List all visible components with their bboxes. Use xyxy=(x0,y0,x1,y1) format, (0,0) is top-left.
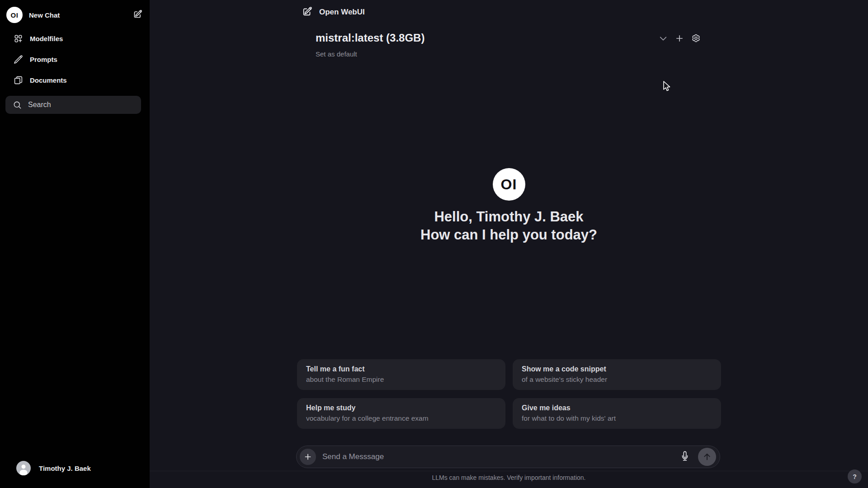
top-navbar: Open WebUI xyxy=(150,0,868,25)
new-chat-edit-icon[interactable] xyxy=(302,6,312,18)
suggestion-card[interactable]: Help me study vocabulary for a college e… xyxy=(297,398,505,429)
sidebar-item-prompts[interactable]: Prompts xyxy=(6,49,143,69)
pencil-icon xyxy=(14,55,23,64)
sidebar-item-label: Prompts xyxy=(30,56,57,63)
arrow-up-icon xyxy=(703,452,712,461)
model-selector-actions xyxy=(659,33,701,45)
prompt-suggestions: Tell me a fun fact about the Roman Empir… xyxy=(297,359,721,429)
sidebar: OI New Chat Modelfiles Prompts Documents xyxy=(0,0,150,488)
suggestion-title: Give me ideas xyxy=(522,404,712,412)
gear-icon[interactable] xyxy=(691,33,701,45)
disclaimer-text: LLMs can make mistakes. Verify important… xyxy=(150,474,868,481)
message-input[interactable] xyxy=(322,452,673,461)
search-label: Search xyxy=(28,101,51,109)
set-as-default-button[interactable]: Set as default xyxy=(316,50,425,58)
user-name-label: Timothy J. Baek xyxy=(39,465,91,472)
add-model-icon[interactable] xyxy=(675,34,684,45)
help-button[interactable]: ? xyxy=(848,469,862,483)
squares-plus-icon xyxy=(14,34,23,43)
main-content: Open WebUI mistral:latest (3.8GB) Set as… xyxy=(150,0,868,488)
new-chat-label: New Chat xyxy=(29,11,125,19)
plus-icon xyxy=(304,453,312,461)
user-avatar xyxy=(16,461,31,475)
new-chat-button[interactable]: OI New Chat xyxy=(6,5,144,25)
suggestion-subtitle: of a website's sticky header xyxy=(522,375,712,384)
model-selector: mistral:latest (3.8GB) Set as default xyxy=(316,32,425,58)
app-logo-icon: OI xyxy=(6,7,23,23)
message-composer xyxy=(296,446,720,468)
suggestion-subtitle: for what to do with my kids' art xyxy=(522,414,712,422)
greeting-line1: Hello, Timothy J. Baek xyxy=(150,208,868,226)
suggestion-title: Help me study xyxy=(306,404,496,412)
suggestion-title: Tell me a fun fact xyxy=(306,365,496,373)
composer-divider xyxy=(150,471,868,471)
documents-icon xyxy=(14,75,23,85)
search-input[interactable]: Search xyxy=(5,96,141,114)
suggestion-card[interactable]: Show me a code snippet of a website's st… xyxy=(513,359,721,390)
new-chat-edit-icon[interactable] xyxy=(132,8,144,22)
user-menu-button[interactable]: Timothy J. Baek xyxy=(6,458,143,478)
suggestion-subtitle: about the Roman Empire xyxy=(306,375,496,384)
sidebar-item-label: Modelfiles xyxy=(30,35,63,42)
page-title: Open WebUI xyxy=(319,8,365,17)
sidebar-item-label: Documents xyxy=(30,76,67,84)
attach-file-button[interactable] xyxy=(300,449,316,465)
send-message-button[interactable] xyxy=(698,448,716,466)
suggestion-card[interactable]: Tell me a fun fact about the Roman Empir… xyxy=(297,359,505,390)
app-logo-icon: OI xyxy=(493,168,525,201)
chevron-down-icon[interactable] xyxy=(659,34,668,45)
suggestion-subtitle: vocabulary for a college entrance exam xyxy=(306,414,496,422)
suggestion-title: Show me a code snippet xyxy=(522,365,712,373)
sidebar-item-modelfiles[interactable]: Modelfiles xyxy=(6,28,143,48)
microphone-icon[interactable] xyxy=(679,450,691,464)
sidebar-item-documents[interactable]: Documents xyxy=(6,70,143,90)
model-selector-value[interactable]: mistral:latest (3.8GB) xyxy=(316,32,425,44)
welcome-section: OI Hello, Timothy J. Baek How can I help… xyxy=(150,168,868,244)
search-icon xyxy=(13,101,22,109)
suggestion-card[interactable]: Give me ideas for what to do with my kid… xyxy=(513,398,721,429)
open-webui-window: OI New Chat Modelfiles Prompts Documents xyxy=(0,0,868,488)
greeting-line2: How can I help you today? xyxy=(150,226,868,244)
